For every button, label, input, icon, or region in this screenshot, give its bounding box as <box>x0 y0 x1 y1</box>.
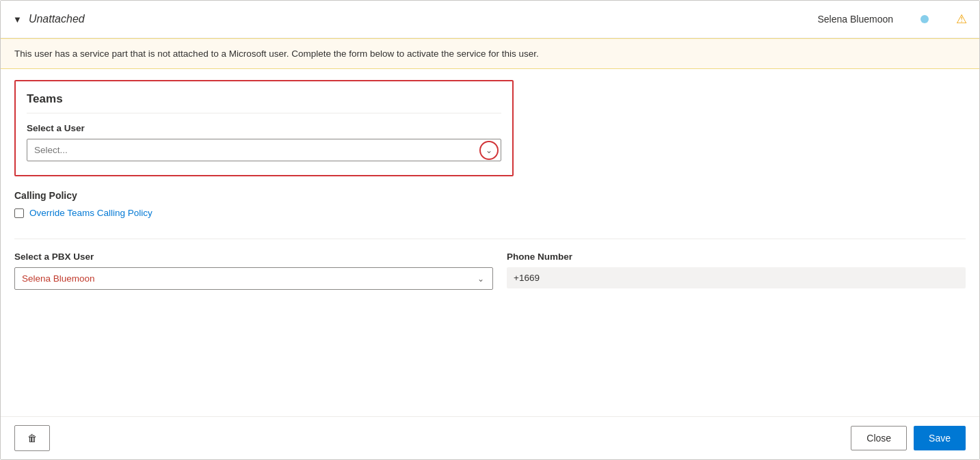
trash-icon: 🗑 <box>27 433 37 444</box>
warning-icon: ⚠ <box>956 12 967 27</box>
delete-button[interactable]: 🗑 <box>14 425 50 451</box>
close-button[interactable]: Close <box>851 426 907 450</box>
chevron-icon[interactable]: ▼ <box>13 14 22 25</box>
username-label: Selena Bluemoon <box>817 14 893 25</box>
select-user-input[interactable] <box>27 139 501 161</box>
override-calling-policy-checkbox[interactable] <box>14 208 24 218</box>
pbx-user-label: Select a PBX User <box>14 252 493 262</box>
select-user-dropdown[interactable]: ⌄ <box>27 139 501 161</box>
calling-policy-title: Calling Policy <box>14 190 966 201</box>
select-user-chevron-button[interactable]: ⌄ <box>477 139 501 161</box>
divider <box>14 239 966 239</box>
page-title: Unattached <box>29 13 818 25</box>
pbx-phone-row: Select a PBX User ⌄ Phone Number <box>14 252 966 290</box>
footer-row: 🗑 Close Save <box>1 416 979 459</box>
pbx-section: Select a PBX User ⌄ <box>14 252 493 290</box>
banner-text: This user has a service part that is not… <box>14 49 539 59</box>
teams-section: Teams Select a User ⌄ <box>14 80 514 176</box>
main-container: ▼ Unattached Selena Bluemoon ⚠ This user… <box>0 0 980 460</box>
pbx-chevron-button[interactable]: ⌄ <box>468 267 493 290</box>
save-button[interactable]: Save <box>914 426 966 450</box>
teams-section-title: Teams <box>27 92 501 113</box>
pbx-user-input[interactable] <box>14 267 493 290</box>
phone-number-label: Phone Number <box>507 252 966 262</box>
pbx-chevron-down-icon: ⌄ <box>477 274 484 284</box>
main-content: Teams Select a User ⌄ Calling Policy Ove… <box>1 80 979 317</box>
chevron-circle: ⌄ <box>479 141 499 160</box>
header-row: ▼ Unattached Selena Bluemoon ⚠ <box>1 1 979 38</box>
info-banner: This user has a service part that is not… <box>1 38 979 69</box>
phone-section: Phone Number <box>507 252 966 288</box>
status-indicator <box>921 15 929 23</box>
chevron-down-icon: ⌄ <box>486 146 492 154</box>
footer-right-buttons: Close Save <box>851 426 966 450</box>
phone-number-input <box>507 267 966 288</box>
override-calling-policy-label[interactable]: Override Teams Calling Policy <box>29 208 153 218</box>
override-checkbox-row: Override Teams Calling Policy <box>14 208 966 218</box>
select-user-label: Select a User <box>27 123 501 133</box>
calling-policy-section: Calling Policy Override Teams Calling Po… <box>14 190 966 218</box>
pbx-user-dropdown[interactable]: ⌄ <box>14 267 493 290</box>
